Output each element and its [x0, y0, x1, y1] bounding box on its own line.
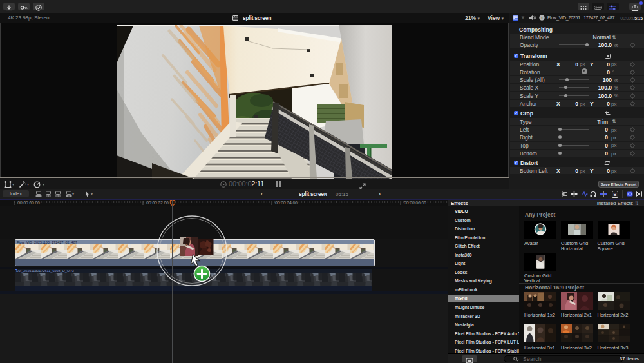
svg-text:i: i [542, 15, 543, 20]
svg-text:B: B [613, 192, 616, 197]
